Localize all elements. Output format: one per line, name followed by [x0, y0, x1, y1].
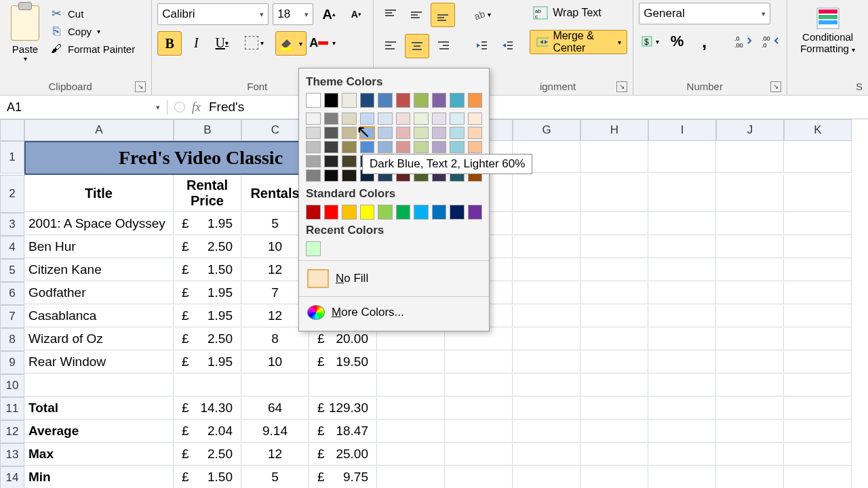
cut-button[interactable]: Cut: [49, 7, 135, 20]
col-header[interactable]: K: [784, 119, 852, 141]
increase-decimal-button[interactable]: .0.00: [732, 30, 754, 53]
color-swatch[interactable]: [450, 93, 465, 108]
color-swatch[interactable]: [432, 205, 447, 220]
row-header[interactable]: 11: [0, 397, 24, 420]
row-header[interactable]: 10: [0, 374, 24, 397]
decrease-decimal-button[interactable]: .00.0: [760, 30, 781, 53]
align-top-button[interactable]: [379, 3, 402, 26]
color-swatch[interactable]: [324, 155, 339, 167]
color-swatch[interactable]: [360, 205, 375, 220]
underline-button[interactable]: U▾: [210, 31, 233, 54]
color-swatch[interactable]: [306, 241, 321, 256]
fx-icon[interactable]: fx: [192, 100, 201, 115]
color-swatch[interactable]: [306, 155, 321, 167]
color-swatch[interactable]: [360, 113, 375, 125]
color-swatch[interactable]: [378, 141, 393, 153]
color-swatch[interactable]: [306, 141, 321, 153]
color-swatch[interactable]: [468, 127, 483, 139]
color-swatch[interactable]: [306, 113, 321, 125]
color-swatch[interactable]: [378, 93, 393, 108]
color-swatch[interactable]: [378, 127, 393, 139]
row-header[interactable]: 9: [0, 351, 24, 374]
comma-button[interactable]: ,: [694, 30, 715, 53]
more-colors-item[interactable]: More Colors...: [306, 301, 482, 324]
color-swatch[interactable]: [360, 93, 375, 108]
format-painter-button[interactable]: Format Painter: [49, 42, 135, 56]
formula-bar-text[interactable]: Fred's: [209, 100, 244, 115]
copy-button[interactable]: Copy ▾: [49, 24, 135, 38]
color-swatch[interactable]: [396, 113, 411, 125]
name-box[interactable]: A1 ▾: [0, 100, 167, 115]
color-swatch[interactable]: [378, 205, 393, 220]
color-swatch[interactable]: [468, 113, 483, 125]
shrink-font-button[interactable]: [344, 3, 368, 26]
color-swatch[interactable]: [414, 93, 429, 108]
color-swatch[interactable]: [324, 169, 339, 182]
color-swatch[interactable]: [414, 113, 429, 125]
align-middle-button[interactable]: [405, 3, 428, 26]
color-swatch[interactable]: [342, 205, 357, 220]
color-swatch[interactable]: [450, 127, 465, 139]
color-swatch[interactable]: [324, 93, 339, 108]
align-center-button[interactable]: [405, 34, 429, 58]
border-button[interactable]: ▾: [243, 31, 266, 54]
italic-button[interactable]: I: [184, 31, 208, 54]
color-swatch[interactable]: [432, 113, 447, 125]
row-header[interactable]: 14: [0, 466, 24, 488]
font-size-dropdown[interactable]: 18 ▾: [273, 3, 313, 25]
color-swatch[interactable]: [468, 141, 483, 153]
color-swatch[interactable]: [468, 93, 483, 108]
bold-button[interactable]: B: [157, 31, 182, 56]
color-swatch[interactable]: [468, 205, 483, 220]
font-color-button[interactable]: A ▾: [309, 31, 339, 56]
color-swatch[interactable]: [324, 113, 339, 125]
color-swatch[interactable]: [306, 205, 321, 220]
increase-indent-button[interactable]: [496, 34, 519, 57]
color-swatch[interactable]: [342, 141, 357, 153]
grow-font-button[interactable]: [317, 3, 340, 26]
color-swatch[interactable]: [324, 205, 339, 220]
col-header[interactable]: I: [648, 119, 716, 141]
col-header[interactable]: A: [24, 119, 174, 141]
align-right-button[interactable]: [432, 34, 455, 57]
color-swatch[interactable]: [378, 113, 393, 125]
align-bottom-button[interactable]: [431, 3, 455, 27]
row-header[interactable]: 6: [0, 282, 24, 305]
row-header[interactable]: 1: [0, 141, 24, 174]
col-header[interactable]: H: [580, 119, 648, 141]
merge-center-button[interactable]: Merge & Center ▾: [530, 30, 627, 54]
color-swatch[interactable]: [414, 127, 429, 139]
cancel-icon[interactable]: [174, 102, 185, 113]
row-header[interactable]: 3: [0, 213, 24, 236]
row-header[interactable]: 4: [0, 236, 24, 259]
clipboard-launcher[interactable]: ↘: [135, 81, 146, 92]
color-swatch[interactable]: [306, 127, 321, 139]
row-header[interactable]: 8: [0, 328, 24, 351]
col-header[interactable]: G: [513, 119, 580, 141]
row-header[interactable]: 2: [0, 175, 24, 213]
color-swatch[interactable]: [396, 127, 411, 139]
color-swatch[interactable]: [306, 93, 321, 108]
color-swatch[interactable]: [342, 155, 357, 167]
color-swatch[interactable]: [342, 127, 357, 139]
percent-button[interactable]: %: [666, 30, 688, 53]
wrap-text-button[interactable]: abc Wrap Text: [530, 3, 627, 23]
color-swatch[interactable]: [432, 141, 447, 153]
orientation-button[interactable]: ab▾: [470, 3, 493, 26]
decrease-indent-button[interactable]: [470, 34, 493, 57]
number-launcher[interactable]: ↘: [770, 81, 781, 92]
color-swatch[interactable]: [414, 205, 429, 220]
row-header[interactable]: 7: [0, 305, 24, 328]
row-header[interactable]: 12: [0, 420, 24, 443]
color-swatch[interactable]: [306, 169, 321, 182]
color-swatch[interactable]: [342, 169, 357, 182]
color-swatch[interactable]: [396, 141, 411, 153]
align-left-button[interactable]: [379, 34, 402, 57]
fill-color-button[interactable]: ▾: [275, 31, 307, 56]
color-swatch[interactable]: [396, 205, 411, 220]
number-format-dropdown[interactable]: General ▾: [639, 3, 770, 24]
color-swatch[interactable]: [450, 205, 465, 220]
color-swatch[interactable]: [432, 127, 447, 139]
color-swatch[interactable]: [342, 93, 357, 108]
color-swatch[interactable]: [324, 141, 339, 153]
